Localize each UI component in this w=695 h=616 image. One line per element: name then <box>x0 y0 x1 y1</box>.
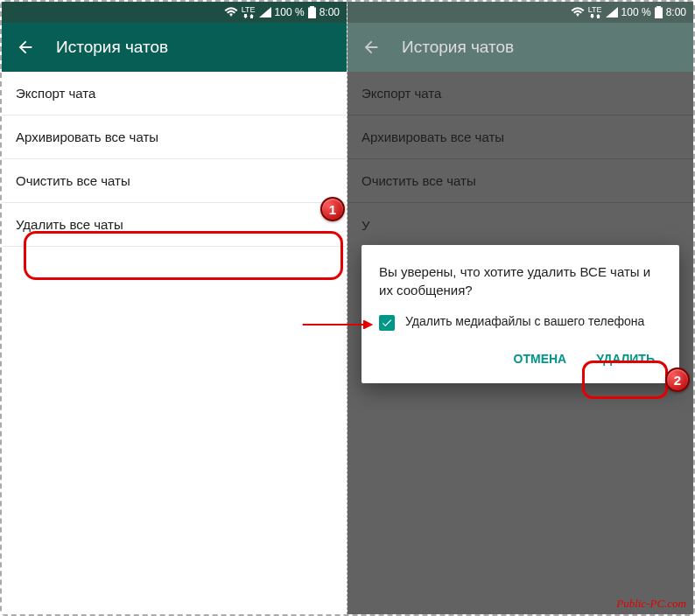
status-bar: LTE 100 % 8:00 <box>2 2 347 23</box>
clock-text: 8:00 <box>666 6 686 18</box>
wifi-icon <box>571 7 585 18</box>
checkbox-delete-media[interactable] <box>379 315 395 331</box>
menu-delete-all[interactable]: Удалить все чаты <box>2 203 347 247</box>
page-title: История чатов <box>56 38 168 57</box>
menu-export-chat[interactable]: Экспорт чата <box>2 72 347 116</box>
cancel-button[interactable]: ОТМЕНА <box>507 343 574 374</box>
dialog-checkbox-row[interactable]: Удалить медиафайлы с вашего телефона <box>379 313 662 331</box>
settings-list: Экспорт чата Архивировать все чаты Очист… <box>2 72 347 614</box>
dialog-actions: ОТМЕНА УДАЛИТЬ <box>379 343 662 374</box>
network-type-icon: LTE <box>588 6 602 18</box>
signal-icon <box>606 7 618 18</box>
battery-icon <box>655 6 663 18</box>
phone-left: LTE 100 % 8:00 История чатов Экспорт чат… <box>2 2 348 614</box>
check-icon <box>381 317 393 329</box>
battery-icon <box>308 6 316 18</box>
network-type-icon: LTE <box>242 6 256 18</box>
app-bar: История чатов <box>2 23 347 72</box>
status-bar: LTE 100 % 8:00 <box>348 2 693 23</box>
battery-text: 100 % <box>275 6 305 18</box>
page-title: История чатов <box>402 38 514 57</box>
watermark: Public-PC.com <box>616 597 686 611</box>
battery-text: 100 % <box>621 6 651 18</box>
menu-clear-all[interactable]: Очистить все чаты <box>2 159 347 203</box>
back-arrow-icon[interactable] <box>16 38 35 57</box>
back-arrow-icon[interactable] <box>362 38 381 57</box>
menu-archive-all[interactable]: Архивировать все чаты <box>2 116 347 159</box>
delete-button[interactable]: УДАЛИТЬ <box>589 343 662 374</box>
confirm-dialog: Вы уверены, что хотите удалить ВСЕ чаты … <box>362 245 679 383</box>
dialog-message: Вы уверены, что хотите удалить ВСЕ чаты … <box>379 262 662 299</box>
annotation-badge-1: 1 <box>320 197 345 221</box>
annotation-badge-2: 2 <box>665 368 690 392</box>
phone-right: LTE 100 % 8:00 История чатов Экспорт чат… <box>348 2 693 614</box>
wifi-icon <box>224 7 238 18</box>
checkbox-label: Удалить медиафайлы с вашего телефона <box>405 313 644 330</box>
clock-text: 8:00 <box>319 6 340 18</box>
app-bar: История чатов <box>348 23 693 72</box>
signal-icon <box>259 7 271 18</box>
